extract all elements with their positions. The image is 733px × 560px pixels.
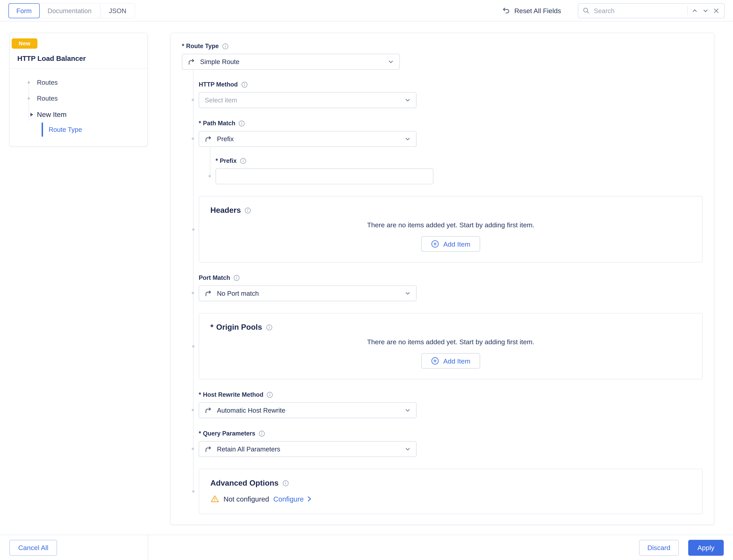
field-prefix: * Prefix xyxy=(216,157,703,184)
advanced-options-status-row: Not configured Configure xyxy=(211,494,691,503)
tree-item-routes-2[interactable]: Routes xyxy=(10,90,147,106)
tab-documentation[interactable]: Documentation xyxy=(39,4,100,18)
search-icon xyxy=(582,7,589,14)
chevron-right-icon xyxy=(30,113,33,116)
search-divider xyxy=(687,6,688,15)
search-close-button[interactable] xyxy=(713,7,720,14)
host-rewrite-method-label: * Host Rewrite Method xyxy=(199,391,703,399)
info-icon[interactable] xyxy=(241,81,248,88)
search-input[interactable] xyxy=(593,6,684,15)
apply-button[interactable]: Apply xyxy=(688,540,724,555)
field-query-parameters: * Query Parameters Retain All Parameters xyxy=(199,430,703,457)
chevron-down-icon xyxy=(405,407,410,413)
path-match-nested-group: * Prefix xyxy=(210,147,703,184)
tab-json[interactable]: JSON xyxy=(100,4,135,18)
label-text: Path Match xyxy=(203,120,235,127)
host-rewrite-method-select[interactable]: Automatic Host Rewrite xyxy=(199,402,416,418)
http-method-select[interactable]: Select item xyxy=(199,92,416,108)
page-title: HTTP Load Balancer xyxy=(17,54,140,62)
cancel-all-button[interactable]: Cancel All xyxy=(9,540,57,555)
tab-form[interactable]: Form xyxy=(8,3,40,18)
reset-label: Reset All Fields xyxy=(514,7,561,14)
reset-all-fields-button[interactable]: Reset All Fields xyxy=(499,6,564,15)
info-icon[interactable] xyxy=(233,275,240,281)
configure-label: Configure xyxy=(273,495,304,503)
origin-pools-add-item-button[interactable]: Add Item xyxy=(421,353,480,369)
headers-section: Headers There are no items added yet. St… xyxy=(199,196,703,263)
configure-link[interactable]: Configure xyxy=(273,495,312,503)
label-text: Route Type xyxy=(186,43,219,50)
http-method-label: HTTP Method xyxy=(199,81,703,88)
label-text: Host Rewrite Method xyxy=(203,391,263,399)
empty-state-text: There are no items added yet. Start by a… xyxy=(211,338,691,346)
select-value: No Port match xyxy=(217,290,259,297)
discard-button[interactable]: Discard xyxy=(639,540,679,555)
info-icon[interactable] xyxy=(282,480,289,486)
label-text: HTTP Method xyxy=(199,81,238,88)
chevron-down-icon xyxy=(405,97,410,103)
required-marker: * xyxy=(199,430,201,437)
info-icon[interactable] xyxy=(222,43,229,50)
bullet-icon xyxy=(28,81,30,84)
route-type-nested-group: HTTP Method Select item xyxy=(193,70,703,514)
info-icon[interactable] xyxy=(266,324,272,331)
tree-item-new-item[interactable]: New Item xyxy=(10,106,147,123)
add-item-label: Add Item xyxy=(443,240,470,248)
path-match-label: * Path Match xyxy=(199,120,703,127)
port-match-label: Port Match xyxy=(199,274,703,282)
headers-title: Headers xyxy=(211,206,691,215)
empty-state-text: There are no items added yet. Start by a… xyxy=(211,221,691,229)
footer-column-divider xyxy=(148,535,148,560)
select-value: Automatic Host Rewrite xyxy=(217,406,285,414)
section-title-text: Headers xyxy=(211,206,241,215)
plus-circle-icon xyxy=(431,357,439,365)
bullet-icon xyxy=(28,97,30,99)
prefix-label: * Prefix xyxy=(216,157,703,165)
chevron-down-icon xyxy=(405,291,410,296)
route-branch-icon xyxy=(205,445,212,453)
info-icon[interactable] xyxy=(239,120,245,127)
top-bar: Form Documentation JSON Reset All Fields xyxy=(0,0,733,21)
search-prev-button[interactable] xyxy=(691,7,699,14)
form-panel: * Route Type Simple Route xyxy=(170,33,714,525)
info-icon[interactable] xyxy=(267,392,273,398)
route-type-select[interactable]: Simple Route xyxy=(182,54,400,70)
tree-item-route-type[interactable]: Route Type xyxy=(42,123,147,137)
footer-bar: Cancel All Discard Apply xyxy=(0,535,733,560)
select-placeholder: Select item xyxy=(205,96,237,104)
tree-item-label: New Item xyxy=(37,110,67,118)
chevron-right-icon xyxy=(306,496,312,502)
advanced-options-title: Advanced Options xyxy=(211,478,691,487)
app-window: Form Documentation JSON Reset All Fields xyxy=(0,0,733,560)
search-box xyxy=(578,3,725,18)
info-icon[interactable] xyxy=(245,207,251,214)
field-path-match: * Path Match Prefix xyxy=(199,120,703,147)
field-port-match: Port Match No Port match xyxy=(199,274,703,301)
required-marker: * xyxy=(199,391,201,399)
prefix-input[interactable] xyxy=(216,168,433,184)
chevron-down-icon xyxy=(405,136,410,142)
select-value: Simple Route xyxy=(200,58,240,66)
query-parameters-label: * Query Parameters xyxy=(199,430,703,437)
headers-add-item-button[interactable]: Add Item xyxy=(421,236,480,252)
status-text: Not configured xyxy=(223,495,269,503)
advanced-options-section: Advanced Options Not configured Configur… xyxy=(199,469,703,514)
origin-pools-title: * Origin Pools xyxy=(211,323,691,332)
select-value: Prefix xyxy=(217,135,234,143)
tree-item-routes-1[interactable]: Routes xyxy=(10,74,147,90)
info-icon[interactable] xyxy=(240,158,247,164)
path-match-select[interactable]: Prefix xyxy=(199,131,416,147)
navigation-tree: Routes Routes New Item Route Type xyxy=(10,69,147,146)
port-match-select[interactable]: No Port match xyxy=(199,285,416,301)
tree-item-label: Routes xyxy=(37,94,58,102)
content-area: New HTTP Load Balancer Routes Routes New… xyxy=(0,21,733,535)
status-badge: New xyxy=(12,38,38,49)
label-text: Port Match xyxy=(199,274,230,282)
tree-item-label: Routes xyxy=(37,79,58,86)
origin-pools-section: * Origin Pools There are no items added … xyxy=(199,313,703,379)
info-icon[interactable] xyxy=(259,430,265,437)
query-parameters-select[interactable]: Retain All Parameters xyxy=(199,441,416,457)
label-text: Prefix xyxy=(220,157,237,165)
required-marker: * xyxy=(216,157,218,165)
search-next-button[interactable] xyxy=(702,7,709,14)
